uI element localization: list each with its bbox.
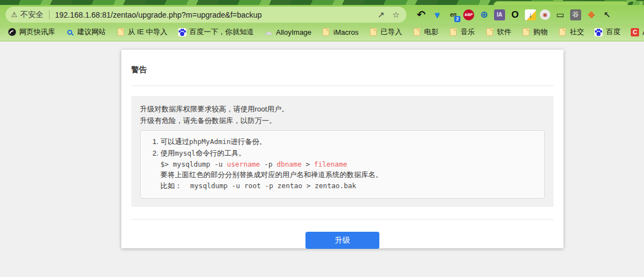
backup-steps-list: 可以通过phpMyAdmin进行备份。 使用mysql命令行的工具。 $> my… [148,136,536,191]
folder-icon [116,28,125,36]
warning-card: 警告 升级对数据库权限要求较高，请使用root用户。 升级有危险，请先备份数据库… [121,50,564,248]
layers-extension-icon[interactable]: ❖ [585,9,597,21]
c-letter-icon: C [631,28,639,36]
command-text: > [302,160,314,168]
bookmark-label: 软件 [497,27,511,37]
active-tab[interactable] [493,1,629,5]
browser-window: ⚠ 不安全 192.168.1.68:81/zentao/upgrade.php… [0,0,644,277]
bookmark-baidu[interactable]: 百度 [594,27,620,37]
bookmark-label: AlloyImage [276,28,312,36]
warning-alert: 升级对数据库权限要求较高，请使用root用户。 升级有危险，请先备份数据库，以防… [131,96,554,207]
ia-extension-icon[interactable]: IA [494,9,505,20]
bookmark-label: 购物 [533,27,548,37]
step-text: 进行备份。 [230,137,266,146]
bookmark-label: 网页快讯库 [19,27,55,37]
page-background: 警告 升级对数据库权限要求较高，请使用root用户。 升级有危险，请先备份数据库… [0,41,644,277]
bookmark-android[interactable]: C Android [631,28,644,36]
command-text: -p [260,160,277,168]
bookmark-label: 已导入 [380,27,402,37]
command-text: $> mysqldump -u [160,160,227,168]
bookmark-label: iMacros [334,28,359,36]
undo-arrow-extension-icon[interactable]: ↶ [415,9,427,21]
backup-step-2: 使用mysql命令行的工具。 $> mysqldump -u username … [160,148,536,191]
bookmark-label: 社交 [570,27,584,37]
search-icon [66,28,74,36]
bookmark-folder-shopping[interactable]: 购物 [522,27,548,37]
url-text[interactable]: 192.168.1.68:81/zentao/upgrade.php?m=upg… [55,10,370,19]
folder-icon [558,28,566,36]
bookmark-folder-ie-import[interactable]: 从 IE 中导入 [116,27,168,37]
folder-icon [449,28,457,36]
folder-icon [369,28,377,36]
bookmark-folder-music[interactable]: 音乐 [449,27,475,37]
command-username: username [227,160,260,168]
mysqldump-command: $> mysqldump -u username -p dbname > fil… [160,159,536,170]
theme-corner [627,1,644,5]
compass-extension-icon[interactable]: ◉ [540,9,550,20]
browser-toolbar: ⚠ 不安全 192.168.1.68:81/zentao/upgrade.php… [0,5,644,24]
bookmark-alloyimage[interactable]: ☁ AlloyImage [265,28,312,36]
bookmark-folder-imacros[interactable]: iMacros [322,28,359,36]
bookmark-star-icon[interactable]: ☆ [393,10,400,19]
command-filename: filename [314,160,347,168]
folder-icon [522,28,530,36]
folder-icon [412,28,421,36]
bookmark-label: 建议网站 [77,27,106,37]
globe-extension-icon[interactable]: ⊕ [478,9,490,21]
bookmark-web-feeds[interactable]: 网页快讯库 [8,27,55,37]
downloader-extension-icon[interactable]: ↓ [525,9,536,20]
security-label[interactable]: 不安全 [20,10,44,20]
backup-instructions-panel: 可以通过phpMyAdmin进行备份。 使用mysql命令行的工具。 $> my… [140,130,545,199]
bookmark-label: 电影 [424,27,438,37]
bookmark-folder-software[interactable]: 软件 [485,27,511,37]
example-line: 比如： mysqldump -u root -p zentao > zentao… [160,180,536,191]
address-bar[interactable]: ⚠ 不安全 192.168.1.68:81/zentao/upgrade.php… [6,7,406,23]
step-text: 命令行的工具。 [196,149,246,157]
bookmark-label: 从 IE 中导入 [128,27,168,37]
step-code: mysql [175,149,196,157]
page-title: 警告 [131,50,554,75]
web-slice-icon [8,28,16,36]
card-footer: 升级 [131,220,554,249]
folder-icon [485,28,493,36]
address-separator [49,10,50,19]
alert-line-1: 升级对数据库权限要求较高，请使用root用户。 [140,103,545,115]
divider [131,86,554,86]
folder-icon [322,28,330,36]
translate-extension-icon[interactable]: en 2 [447,9,459,21]
translate-badge: 2 [454,16,460,22]
bookmark-label: 百度 [606,27,620,37]
bookmark-folder-movies[interactable]: 电影 [412,27,438,37]
bookmark-baidu-home[interactable]: 百度一下，你就知道 [178,27,254,37]
tab-strip [0,0,644,5]
security-warning-icon: ⚠ [11,11,18,18]
cloud-icon: ☁ [265,28,273,36]
laptop-extension-icon[interactable]: ▭ [554,9,566,21]
upgrade-button[interactable]: 升级 [305,232,379,249]
adblock-plus-extension-icon[interactable]: ABP [463,9,474,20]
bookmark-folder-imported[interactable]: 已导入 [369,27,402,37]
cursor-extension-icon[interactable]: ↖ [601,9,613,21]
step-code: phpMyAdmin [189,137,230,146]
baidu-paw-icon [178,28,186,36]
baidu-paw-icon [594,28,603,36]
bookmark-folder-social[interactable]: 社交 [558,27,584,37]
bookmark-label: 百度一下，你就知道 [190,27,254,37]
step-text: 使用 [160,149,175,157]
gu-extension-icon[interactable]: 谷 [570,9,581,20]
bookmarks-bar: 网页快讯库 建议网站 从 IE 中导入 百度一下，你就知道 ☁ AlloyIma… [0,24,644,41]
extensions-row: ↶ ▼ en 2 ABP ⊕ IA O ↓ ◉ ▭ 谷 ❖ ↖ [415,9,613,21]
command-dbname: dbname [277,160,302,168]
step-text: 可以通过 [160,137,189,146]
backup-step-1: 可以通过phpMyAdmin进行备份。 [160,136,536,148]
alert-line-2: 升级有危险，请先备份数据库，以防万一。 [140,115,545,126]
bookmark-label: 音乐 [460,27,475,37]
o-ring-extension-icon[interactable]: O [509,9,521,21]
replace-note: 要将上面红色的部分分别替换成对应的用户名和禅道系统的数据库名。 [160,169,536,180]
example-command: mysqldump -u root -p zentao > zentao.bak [182,182,356,190]
bookmark-suggested-sites[interactable]: 建议网站 [66,27,106,37]
share-icon[interactable]: ↗ [378,10,385,19]
example-label: 比如： [160,182,182,190]
filter-funnel-extension-icon[interactable]: ▼ [431,9,443,21]
